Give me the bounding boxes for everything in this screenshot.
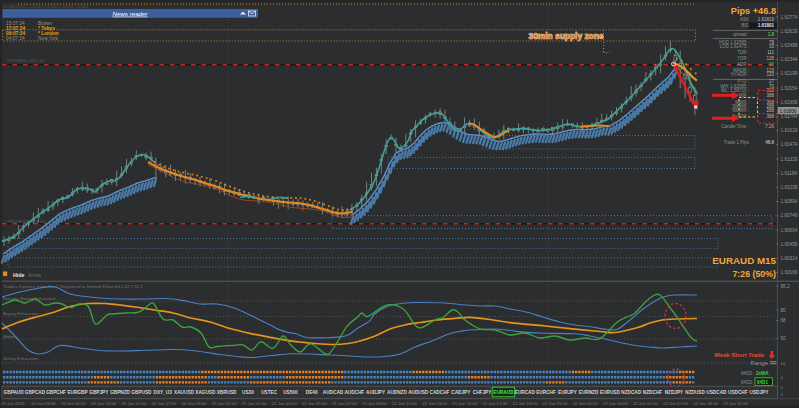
svg-text:Candle Time :: Candle Time : [721,124,749,129]
svg-text:21 Jun 19:00: 21 Jun 19:00 [513,401,538,406]
svg-text:388: 388 [766,114,774,119]
svg-text:NZDJPY: NZDJPY [665,390,684,395]
svg-text:USDJPY: USDJPY [750,390,770,395]
svg-text:50: 50 [781,336,787,341]
svg-text:1.60169: 1.60169 [781,270,798,275]
svg-text:XAGUSD: XAGUSD [195,390,216,395]
svg-text:USTEC: USTEC [261,390,278,395]
svg-text:22 Jun 03:00: 22 Jun 03:00 [603,401,628,406]
svg-text:388: 388 [766,93,774,98]
svg-text:GBPNZD: GBPNZD [110,390,130,395]
svg-text:21 Jun 09:00: 21 Jun 09:00 [362,401,387,406]
svg-text:EURJPY: EURJPY [558,390,578,395]
svg-text:CHFJPY: CHFJPY [473,390,492,395]
svg-text:6WWR :: 6WWR : [732,108,749,113]
svg-text:21 Jun 17:00: 21 Jun 17:00 [482,401,507,406]
svg-text:Weak Short Trade: Weak Short Trade [714,352,764,358]
svg-text:21 Jun 13:00: 21 Jun 13:00 [422,401,447,406]
svg-text:04:07:34: 04:07:34 [6,36,25,41]
svg-text:33: 33 [769,44,775,49]
svg-text:1.62344: 1.62344 [781,57,798,62]
svg-text:16: 16 [781,361,786,366]
svg-text:288: 288 [766,108,774,113]
svg-text:XAUUSD: XAUUSD [174,390,194,395]
svg-text:21 Jun 05:00: 21 Jun 05:00 [302,401,327,406]
svg-text:22 Jun 09:00: 22 Jun 09:00 [693,401,718,406]
svg-text:1.61909: 1.61909 [781,100,798,105]
svg-text:21 Jun 21:00: 21 Jun 21:00 [543,401,568,406]
svg-text:1.62054: 1.62054 [781,86,798,91]
svg-text:Traders Dynamic Index Pro 1 Re: Traders Dynamic Index Pro 1 Registered t… [3,284,143,289]
svg-text:GBPJPY: GBPJPY [89,390,109,395]
svg-text:BID: BID [741,23,749,28]
svg-text:XBRUSD: XBRUSD [217,390,237,395]
svg-text:21 Jun 15:00: 21 Jun 15:00 [452,401,477,406]
svg-text:GBPCAD: GBPCAD [25,390,46,395]
svg-text:EURGBP: EURGBP [67,390,87,395]
svg-text:AUDJPY: AUDJPY [366,390,386,395]
svg-text:21 Jun 07:00: 21 Jun 07:00 [332,401,357,406]
svg-text:1.60604: 1.60604 [781,228,798,233]
svg-text:NZDCHF: NZDCHF [643,390,662,395]
svg-text:USDCHF: USDCHF [728,390,748,395]
svg-text:46.6: 46.6 [765,140,774,145]
svg-text:EURAUD M15: EURAUD M15 [712,255,776,266]
svg-text:1.8: 1.8 [768,32,775,37]
svg-text:GBPCHF: GBPCHF [46,390,66,395]
svg-text:GBPUSD: GBPUSD [131,390,152,395]
svg-text:USDCAD: USDCAD [706,390,727,395]
svg-text:AUDCHF: AUDCHF [344,390,364,395]
svg-text:Pips +46.8: Pips +46.8 [731,6,776,16]
svg-text:#97538619 sell 0.01: #97538619 sell 0.01 [6,219,45,224]
svg-text:1.62199: 1.62199 [781,71,798,76]
svg-text:2xWA: 2xWA [756,371,769,376]
svg-text:EURUSD: EURUSD [600,390,620,395]
svg-text:30min supply zone: 30min supply zone [529,31,604,41]
svg-text:DXY_U3: DXY_U3 [154,390,173,395]
svg-text:09:07:34: 09:07:34 [6,31,26,36]
svg-text:1.61619: 1.61619 [781,128,798,133]
svg-text:1.60314: 1.60314 [781,256,798,261]
svg-text:1.61039: 1.61039 [781,185,798,190]
svg-text:96: 96 [769,62,775,67]
svg-text:1.60894: 1.60894 [781,199,798,204]
svg-text:21 Jun 01:00: 21 Jun 01:00 [242,401,267,406]
svg-text:20 Jun 09:00: 20 Jun 09:00 [31,401,56,406]
svg-text:1.61806: 1.61806 [780,109,797,114]
svg-text:1.61184: 1.61184 [781,171,798,176]
svg-text:21 Jun 11:00: 21 Jun 11:00 [392,401,417,406]
svg-text:80: 80 [781,308,787,313]
svg-text:News reader: News reader [112,10,148,17]
svg-text:EURNZD: EURNZD [579,390,599,395]
svg-text:TDR :: TDR : [737,50,749,55]
svg-text:1.61764: 1.61764 [781,114,798,119]
svg-text:CADJPY: CADJPY [451,390,471,395]
svg-text:EURAUD: EURAUD [493,390,514,395]
svg-text:68: 68 [781,318,787,323]
svg-text:1.61801: 1.61801 [758,23,775,28]
svg-text:20 Jun 19:00: 20 Jun 19:00 [181,401,206,406]
svg-text:95.2: 95.2 [781,284,791,289]
svg-text:LOD 1.61475 :: LOD 1.61475 : [720,44,749,49]
svg-text:Extreme Buying Exhaustion: Extreme Buying Exhaustion [3,296,56,301]
svg-text:1.62489: 1.62489 [781,43,798,48]
svg-text:111: 111 [767,50,774,55]
svg-text:Selling Exhaustion: Selling Exhaustion [3,356,39,361]
svg-text:7:26: 7:26 [765,124,774,129]
svg-text:Range: Range [750,360,768,366]
svg-text:22 Jun 11:00: 22 Jun 11:00 [723,401,748,406]
svg-text:20 Jun 21:00: 20 Jun 21:00 [212,401,237,406]
svg-text:1.60459: 1.60459 [781,242,798,247]
svg-text:EURCHF: EURCHF [536,390,556,395]
svg-text:DE40: DE40 [306,390,318,395]
svg-text:AUDUSD: AUDUSD [408,390,429,395]
svg-text:Buying Exhaustion: Buying Exhaustion [3,311,39,316]
svg-text:20 Jun 13:00: 20 Jun 13:00 [91,401,116,406]
svg-text:* London: * London [38,31,59,36]
svg-text:1.62629: 1.62629 [781,29,798,34]
svg-text:84D2: 84D2 [741,380,752,385]
svg-text:1.61819: 1.61819 [758,17,775,22]
svg-text:22 Jun 01:00: 22 Jun 01:00 [573,401,598,406]
svg-text:1.60749: 1.60749 [781,213,798,218]
svg-text:20 Jun 17:00: 20 Jun 17:00 [151,401,176,406]
